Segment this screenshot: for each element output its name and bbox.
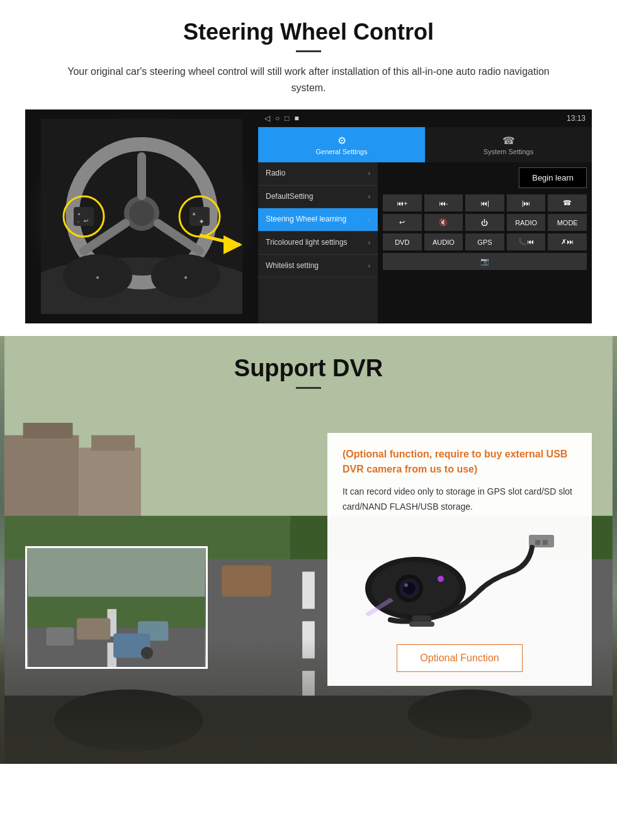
tab-general-label: General Settings bbox=[316, 148, 368, 155]
optional-function-button[interactable]: Optional Function bbox=[397, 644, 522, 672]
menu-tricoloured-label: Tricoloured light settings bbox=[266, 238, 348, 248]
menu-default-label: DefaultSetting bbox=[266, 192, 313, 202]
begin-learn-button[interactable]: Begin learn bbox=[519, 167, 587, 188]
svg-point-59 bbox=[438, 576, 444, 582]
ctrl-call-prev[interactable]: 📞⏮ bbox=[507, 233, 546, 250]
menu-radio-label: Radio bbox=[266, 169, 285, 179]
dvr-thumbnail bbox=[25, 546, 208, 669]
menu-whitelist-label: Whitelist setting bbox=[266, 261, 319, 271]
title-divider bbox=[296, 50, 321, 52]
begin-learn-row: Begin learn bbox=[383, 167, 587, 188]
control-row-1: ⏮+ ⏮- ⏮| |⏭ ☎ bbox=[383, 194, 587, 211]
dvr-camera-illustration bbox=[342, 527, 577, 634]
svg-text:↩: ↩ bbox=[84, 218, 89, 224]
control-row-3: DVD AUDIO GPS 📞⏮ ✗⏭ bbox=[383, 233, 587, 250]
dvr-section: Support DVR bbox=[0, 336, 617, 764]
menu-icon: ■ bbox=[295, 114, 299, 123]
menu-default-setting[interactable]: DefaultSetting › bbox=[258, 186, 378, 209]
home-icon: ○ bbox=[275, 114, 280, 123]
svg-text:+: + bbox=[77, 211, 81, 217]
menu-tricoloured[interactable]: Tricoloured light settings › bbox=[258, 232, 378, 255]
ctrl-mode[interactable]: MODE bbox=[548, 214, 587, 231]
ctrl-mute[interactable]: 🔇 bbox=[424, 214, 463, 231]
android-statusbar: ◁ ○ □ ■ 13:13 bbox=[258, 109, 592, 127]
chevron-right-icon: › bbox=[368, 239, 370, 246]
dvr-thumbnail-scene bbox=[27, 548, 206, 667]
recents-icon: □ bbox=[285, 114, 289, 123]
control-grid: ⏮+ ⏮- ⏮| |⏭ ☎ ↩ 🔇 ⏻ RADIO MODE bbox=[383, 194, 587, 270]
ctrl-power[interactable]: ⏻ bbox=[465, 214, 504, 231]
svg-rect-51 bbox=[535, 540, 540, 545]
ctrl-next[interactable]: |⏭ bbox=[507, 194, 546, 211]
svg-text:-: - bbox=[77, 218, 79, 224]
svg-text:≡: ≡ bbox=[193, 211, 196, 217]
control-row-4: 📷 bbox=[383, 253, 587, 270]
steering-title: Steering Wheel Control bbox=[25, 19, 592, 45]
ctrl-mute-next[interactable]: ✗⏭ bbox=[548, 233, 587, 250]
android-body: Radio › DefaultSetting › Steering Wheel … bbox=[258, 162, 592, 323]
dvr-info-card: (Optional function, require to buy exter… bbox=[327, 433, 592, 686]
svg-rect-61 bbox=[409, 622, 434, 627]
gear-icon: ⚙ bbox=[337, 135, 346, 147]
ctrl-back[interactable]: ↩ bbox=[383, 214, 422, 231]
dvr-title: Support DVR bbox=[0, 355, 617, 382]
android-panel: ◁ ○ □ ■ 13:13 ⚙ General Settings ☎ Syste… bbox=[258, 109, 592, 323]
steering-content: + - ↩ ≡ ◈ ● ● bbox=[25, 109, 592, 323]
chevron-right-icon: › bbox=[368, 216, 370, 223]
tab-general-settings[interactable]: ⚙ General Settings bbox=[258, 127, 425, 162]
wifi-icon: ☎ bbox=[502, 135, 515, 147]
ctrl-vol-up[interactable]: ⏮+ bbox=[383, 194, 422, 211]
steering-photo: + - ↩ ≡ ◈ ● ● bbox=[25, 109, 258, 323]
android-menu: Radio › DefaultSetting › Steering Wheel … bbox=[258, 162, 378, 323]
dvr-optional-title: (Optional function, require to buy exter… bbox=[342, 447, 577, 477]
svg-text:●: ● bbox=[184, 274, 188, 281]
steering-section: Steering Wheel Control Your original car… bbox=[0, 0, 617, 336]
menu-steering-label: Steering Wheel learning bbox=[266, 215, 346, 225]
tab-system-label: System Settings bbox=[484, 148, 533, 155]
ctrl-audio[interactable]: AUDIO bbox=[424, 233, 463, 250]
svg-text:◈: ◈ bbox=[200, 218, 204, 224]
android-content: Begin learn ⏮+ ⏮- ⏮| |⏭ ☎ ↩ 🔇 bbox=[378, 162, 592, 323]
svg-point-58 bbox=[404, 583, 408, 587]
statusbar-time: 13:13 bbox=[567, 114, 586, 123]
svg-text:●: ● bbox=[96, 274, 99, 281]
svg-rect-47 bbox=[47, 627, 74, 646]
menu-steering-wheel[interactable]: Steering Wheel learning › bbox=[258, 208, 378, 232]
menu-radio[interactable]: Radio › bbox=[258, 162, 378, 186]
chevron-right-icon: › bbox=[368, 262, 370, 269]
ctrl-prev[interactable]: ⏮| bbox=[465, 194, 504, 211]
svg-point-4 bbox=[129, 201, 154, 226]
ctrl-radio[interactable]: RADIO bbox=[507, 214, 546, 231]
ctrl-phone[interactable]: ☎ bbox=[548, 194, 587, 211]
menu-whitelist[interactable]: Whitelist setting › bbox=[258, 255, 378, 278]
dvr-description: It can record video only to storage in G… bbox=[342, 484, 577, 515]
svg-rect-45 bbox=[77, 619, 110, 640]
dvr-header: Support DVR bbox=[0, 336, 617, 408]
dvr-content: (Optional function, require to buy exter… bbox=[0, 420, 617, 698]
svg-rect-52 bbox=[543, 540, 548, 545]
ctrl-camera[interactable]: 📷 bbox=[383, 253, 587, 270]
svg-point-49 bbox=[141, 647, 153, 659]
chevron-right-icon: › bbox=[368, 193, 370, 200]
chevron-right-icon: › bbox=[368, 170, 370, 177]
steering-subtitle: Your original car's steering wheel contr… bbox=[50, 64, 567, 96]
tab-system-settings[interactable]: ☎ System Settings bbox=[425, 127, 592, 162]
control-row-2: ↩ 🔇 ⏻ RADIO MODE bbox=[383, 214, 587, 231]
android-tabs: ⚙ General Settings ☎ System Settings bbox=[258, 127, 592, 162]
dvr-title-divider bbox=[296, 387, 321, 389]
ctrl-gps[interactable]: GPS bbox=[465, 233, 504, 250]
ctrl-dvd[interactable]: DVD bbox=[383, 233, 422, 250]
back-icon: ◁ bbox=[264, 114, 270, 123]
statusbar-left: ◁ ○ □ ■ bbox=[264, 114, 299, 123]
ctrl-vol-down[interactable]: ⏮- bbox=[424, 194, 463, 211]
